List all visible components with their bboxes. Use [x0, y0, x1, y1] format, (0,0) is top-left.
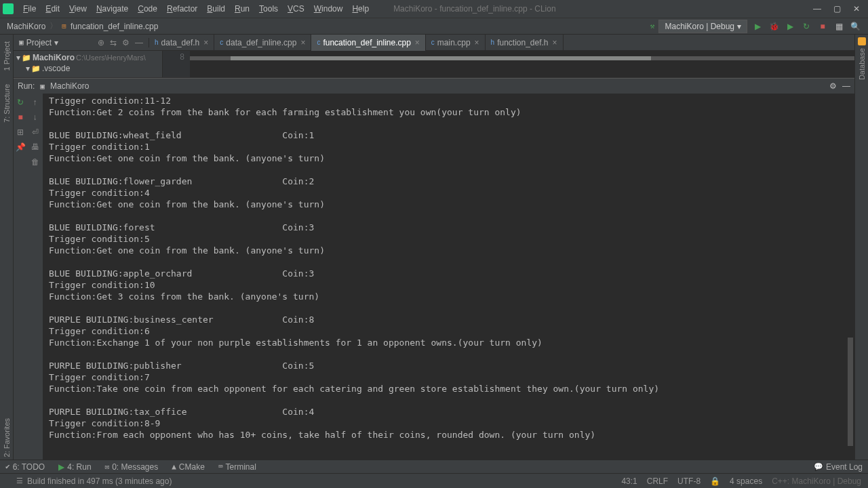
gear-icon[interactable]: ⚙ [122, 38, 130, 47]
up-icon[interactable]: ↑ [33, 98, 37, 107]
tab-close-icon[interactable]: × [203, 38, 208, 47]
down-icon[interactable]: ↓ [33, 113, 37, 122]
menu-refactor[interactable]: Refactor [163, 3, 201, 15]
pin-icon[interactable]: 📌 [16, 142, 26, 152]
event-log-tab[interactable]: 💬Event Log [814, 462, 863, 472]
header-file-icon: h [491, 39, 495, 46]
encoding[interactable]: UTF-8 [677, 476, 701, 486]
project-pane-header: ▣ Project ▾ ⊕ ⇆ ⚙ — [14, 38, 149, 47]
profile-icon[interactable]: ↻ [800, 20, 812, 33]
tab-main-cpp[interactable]: cmain.cpp× [426, 35, 486, 51]
menu-edit[interactable]: Edit [41, 3, 64, 15]
search-icon[interactable]: 🔍 [849, 20, 861, 33]
project-tree[interactable]: ▾📁MachiKoro C:\Users\HenryMars\ ▾📁.vscod… [14, 51, 163, 77]
window-title: MachiKoro - funcation_def_inline.cpp - C… [393, 4, 813, 14]
tab-function-def-h[interactable]: hfunction_def.h× [486, 35, 564, 51]
tab-data-def-h[interactable]: hdata_def.h× [149, 35, 214, 51]
menu-code[interactable]: Code [134, 3, 161, 15]
run-console-toolbar: ↑ ↓ ⏎ 🖶 🗑 [27, 94, 43, 460]
cpp-file-icon: c [431, 39, 435, 46]
tree-root[interactable]: MachiKoro [33, 53, 75, 62]
cpp-file-icon: c [220, 39, 223, 46]
editor-tabs: hdata_def.h× cdata_def_inline.cpp× cfunc… [149, 35, 854, 51]
tab-close-icon[interactable]: × [300, 38, 305, 47]
favorites-tool-tab[interactable]: 2: Favorites [3, 415, 11, 460]
cmake-tab[interactable]: ▲CMake [172, 462, 205, 472]
layout-icon[interactable]: ⊞ [17, 127, 24, 137]
bottom-tool-tabs: ✔6: TODO ▶4: Run ✉0: Messages ▲CMake ⌨Te… [0, 460, 868, 473]
run-config-selector[interactable]: MachiKoro | Debug ▾ [658, 20, 747, 33]
project-pane-label[interactable]: Project [26, 38, 52, 47]
menu-file[interactable]: File [19, 3, 40, 15]
layout-icon[interactable]: ▦ [833, 20, 845, 33]
editor-area[interactable] [190, 51, 854, 77]
cursor-position[interactable]: 43:1 [621, 476, 637, 486]
tab-data-def-inline[interactable]: cdata_def_inline.cpp× [214, 35, 311, 51]
menu-run[interactable]: Run [231, 3, 254, 15]
menu-window[interactable]: Window [310, 3, 347, 15]
right-tool-strip: Database [854, 35, 868, 460]
status-message: Build finished in 497 ms (3 minutes ago) [27, 476, 172, 486]
horizontal-scrollbar[interactable] [190, 56, 854, 60]
tab-funcation-def-inline[interactable]: cfuncation_def_inline.cpp× [311, 35, 425, 51]
run-icon[interactable]: ▶ [751, 20, 764, 33]
editor-gutter: 8 [163, 51, 190, 77]
database-icon[interactable] [858, 37, 866, 45]
tree-vscode[interactable]: .vscode [42, 64, 70, 73]
run-target[interactable]: MachiKoro [50, 81, 89, 91]
indent-info[interactable]: 4 spaces [730, 476, 762, 486]
coverage-icon[interactable]: ▶ [784, 20, 796, 33]
left-tool-strip: 1 Project 7: Structure 2: Favorites [0, 35, 14, 460]
build-icon[interactable]: ⚒ [650, 22, 655, 30]
menu-tools[interactable]: Tools [255, 3, 282, 15]
vertical-scrollbar[interactable] [848, 338, 853, 446]
target-icon[interactable]: ⊕ [98, 38, 104, 47]
menu-help[interactable]: Help [348, 3, 373, 15]
hide-panel-icon[interactable]: — [842, 81, 850, 91]
lock-icon[interactable]: 🔒 [710, 476, 720, 486]
menu-navigate[interactable]: Navigate [92, 3, 132, 15]
database-tool-tab[interactable]: Database [858, 45, 866, 83]
header-file-icon: h [155, 39, 159, 46]
app-logo [3, 3, 14, 14]
console-output[interactable]: Trigger condition:11-12 Function:Get 2 c… [43, 94, 854, 460]
maximize-icon[interactable]: ▢ [833, 4, 841, 14]
breadcrumb-file[interactable]: funcation_def_inline.cpp [71, 22, 158, 31]
tab-close-icon[interactable]: × [475, 38, 479, 47]
hide-icon[interactable]: — [135, 38, 143, 47]
wrap-icon[interactable]: ⏎ [32, 127, 39, 137]
rerun-icon[interactable]: ↻ [17, 98, 24, 107]
stop-icon[interactable]: ■ [816, 20, 829, 33]
run-config-label: MachiKoro | Debug [665, 22, 734, 31]
messages-tab[interactable]: ✉0: Messages [105, 462, 159, 472]
structure-tool-tab[interactable]: 7: Structure [3, 81, 11, 125]
run-tab[interactable]: ▶4: Run [58, 462, 91, 472]
context-info[interactable]: C++: MachiKoro | Debug [772, 476, 861, 486]
print-icon[interactable]: 🖶 [31, 142, 39, 152]
chevron-down-icon[interactable]: ▾ [54, 38, 58, 47]
nav-toolbar: MachiKoro 〉 ⊞ funcation_def_inline.cpp ⚒… [0, 18, 868, 35]
stop-icon[interactable]: ■ [18, 113, 22, 122]
terminal-tab[interactable]: ⌨Terminal [218, 462, 256, 472]
breadcrumb-project[interactable]: MachiKoro [7, 22, 45, 31]
menu-vcs[interactable]: VCS [283, 3, 309, 15]
line-ending[interactable]: CRLF [647, 476, 668, 486]
tab-close-icon[interactable]: × [553, 38, 557, 47]
menu-view[interactable]: View [65, 3, 91, 15]
tab-close-icon[interactable]: × [415, 38, 420, 47]
close-icon[interactable]: ✕ [853, 4, 860, 14]
run-target-icon: ▣ [40, 82, 45, 91]
titlebar: File Edit View Navigate Code Refactor Bu… [0, 0, 868, 18]
folder-icon: ▣ [19, 38, 24, 47]
run-panel-header: Run: ▣ MachiKoro ⚙ — [14, 79, 854, 94]
menu-build[interactable]: Build [203, 3, 229, 15]
todo-tab[interactable]: ✔6: TODO [5, 462, 45, 472]
project-tool-tab[interactable]: 1 Project [3, 39, 11, 73]
clear-icon[interactable]: 🗑 [31, 157, 39, 167]
collapse-icon[interactable]: ⇆ [110, 38, 117, 47]
minimize-icon[interactable]: — [813, 4, 821, 14]
gear-icon[interactable]: ⚙ [829, 81, 837, 91]
cpp-file-icon: c [317, 39, 320, 46]
status-icon: ☰ [16, 476, 23, 485]
debug-icon[interactable]: 🐞 [768, 20, 780, 33]
